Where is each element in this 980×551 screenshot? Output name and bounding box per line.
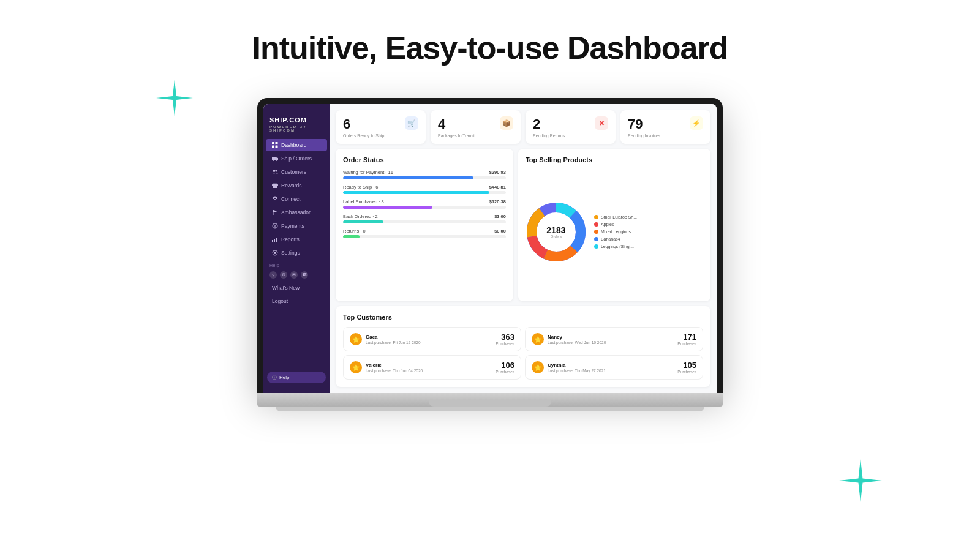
decorative-star-tl — [156, 80, 193, 116]
sidebar-item-reports[interactable]: Reports — [266, 233, 327, 246]
top-customers-title: Top Customers — [343, 313, 703, 321]
logo-sub: POWERED BY SHIPCOM — [270, 125, 323, 132]
legend-dot-0 — [594, 215, 598, 219]
sidebar: SHIP.COM POWERED BY SHIPCOM Dashboard Sh… — [263, 104, 330, 393]
stat-card-pending-returns: 2 Pending Returns ✖ — [526, 110, 616, 144]
order-amount-1: $448.81 — [489, 184, 506, 190]
connect-icon — [272, 196, 278, 202]
bar-2 — [343, 206, 432, 209]
legend-item-1: Apples — [594, 222, 637, 227]
sidebar-item-ambassador[interactable]: Ambassador — [266, 206, 327, 219]
page-heading: Intuitive, Easy-to-use Dashboard — [0, 0, 980, 66]
customer-name-valerie: Valerie — [366, 362, 423, 368]
customer-count-nancy: 171 — [677, 332, 696, 342]
order-amount-2: $120.38 — [489, 199, 506, 204]
sidebar-item-ship-orders[interactable]: Ship / Orders — [266, 152, 327, 165]
help-question-icon[interactable]: ? — [270, 271, 277, 279]
customer-card-nancy: ⭐ Nancy Last purchase: Wed Jun 10 2020 1… — [525, 327, 703, 351]
bar-1 — [343, 191, 489, 194]
customer-purchases-label-nancy: Purchases — [677, 342, 696, 346]
legend-dot-2 — [594, 230, 598, 234]
customer-name-cynthia: Cynthia — [548, 362, 606, 368]
stat-card-pending-invoices: 79 Pending Invoices ⚡ — [620, 110, 710, 144]
customer-purchases-label-cynthia: Purchases — [677, 370, 696, 374]
stat-icon-orders-ready: 🛒 — [405, 116, 418, 130]
stat-icon-packages-transit: 📦 — [500, 116, 513, 130]
svg-rect-0 — [272, 142, 274, 144]
order-amount-0: $290.93 — [489, 170, 506, 175]
sidebar-logout-label: Logout — [272, 298, 288, 304]
top-products-title: Top Selling Products — [526, 156, 703, 163]
sidebar-item-ship-orders-label: Ship / Orders — [281, 156, 312, 162]
laptop-base — [257, 393, 723, 407]
svg-point-7 — [276, 160, 277, 161]
sidebar-item-whats-new[interactable]: What's New — [266, 282, 327, 294]
customer-avatar-nancy: ⭐ — [532, 333, 544, 345]
customer-date-nancy: Last purchase: Wed Jun 10 2020 — [548, 340, 606, 345]
grid-icon — [272, 142, 278, 148]
svg-marker-14 — [273, 210, 277, 212]
customer-date-valerie: Last purchase: Thu Jun 04 2020 — [366, 369, 423, 373]
stat-num-pending-invoices: 79 — [628, 116, 660, 132]
stat-icon-pending-returns: ✖ — [595, 116, 608, 130]
customer-date-cynthia: Last purchase: Thu May 27 2021 — [548, 369, 606, 373]
sidebar-item-rewards-label: Rewards — [281, 182, 302, 189]
customer-purchases-label-gaea: Purchases — [496, 342, 514, 346]
stat-num-orders-ready: 6 — [343, 116, 384, 132]
order-label-4: Returns · 0 — [343, 228, 366, 234]
svg-rect-3 — [276, 146, 278, 148]
stat-label-packages-transit: Packages In Transit — [438, 133, 475, 138]
sidebar-item-rewards[interactable]: Rewards — [266, 179, 327, 192]
svg-text:$: $ — [274, 225, 277, 228]
svg-rect-18 — [274, 239, 275, 242]
legend-label-2: Mixed Leggings... — [601, 230, 635, 234]
customer-avatar-valerie: ⭐ — [350, 361, 362, 373]
help-settings-icon[interactable]: ⚙ — [280, 271, 287, 279]
stat-icon-pending-invoices: ⚡ — [690, 116, 703, 130]
top-customers-section: Top Customers ⭐ Gaea Last purchase: Fri … — [336, 306, 710, 387]
customer-card-cynthia: ⭐ Cynthia Last purchase: Thu May 27 2021… — [525, 355, 703, 380]
sidebar-item-customers[interactable]: Customers — [266, 166, 327, 178]
order-label-1: Ready to Ship · 6 — [343, 184, 379, 190]
sidebar-item-dashboard[interactable]: Dashboard — [266, 139, 327, 151]
screen-bezel: SHIP.COM POWERED BY SHIPCOM Dashboard Sh… — [257, 98, 723, 393]
donut-chart: 2183 Orders — [526, 201, 587, 263]
customer-purchases-label-valerie: Purchases — [496, 370, 514, 374]
svg-marker-5 — [276, 157, 278, 160]
order-row-1: Ready to Ship · 6 $448.81 — [343, 184, 506, 194]
settings-icon — [272, 250, 278, 256]
legend-item-4: Leggings (Singl... — [594, 244, 637, 249]
stat-card-orders-ready: 6 Orders Ready to Ship 🛒 — [336, 110, 426, 144]
main-content: 6 Orders Ready to Ship 🛒 4 Packages In T… — [330, 104, 717, 393]
laptop-frame: SHIP.COM POWERED BY SHIPCOM Dashboard Sh… — [257, 98, 723, 411]
help-phone-icon[interactable]: ☎ — [301, 271, 308, 279]
legend-label-1: Apples — [601, 222, 614, 227]
panels-row: Order Status Waiting for Payment · 11 $2… — [336, 149, 710, 301]
order-row-4: Returns · 0 $0.00 — [343, 228, 506, 238]
sidebar-item-payments[interactable]: $ Payments — [266, 220, 327, 232]
customer-count-valerie: 106 — [496, 361, 514, 370]
customer-avatar-gaea: ⭐ — [350, 333, 362, 345]
stat-label-pending-invoices: Pending Invoices — [628, 133, 660, 138]
svg-rect-11 — [272, 184, 278, 186]
dollar-icon: $ — [272, 223, 278, 229]
svg-rect-4 — [272, 157, 276, 160]
sidebar-item-logout[interactable]: Logout — [266, 295, 327, 307]
sidebar-item-reports-label: Reports — [281, 236, 300, 242]
svg-point-8 — [273, 170, 276, 172]
users-icon — [272, 169, 278, 175]
products-legend: Small Lularoe Sh... Apples Mixed Legging… — [594, 215, 637, 249]
legend-item-0: Small Lularoe Sh... — [594, 215, 637, 219]
bar-4 — [343, 235, 360, 238]
legend-dot-3 — [594, 237, 598, 241]
sidebar-whats-new-label: What's New — [272, 285, 300, 291]
order-amount-3: $3.00 — [494, 214, 506, 219]
help-button[interactable]: ⓘ Help — [267, 372, 326, 383]
stat-card-packages-transit: 4 Packages In Transit 📦 — [431, 110, 521, 144]
legend-label-0: Small Lularoe Sh... — [601, 215, 637, 219]
sidebar-item-connect[interactable]: Connect — [266, 193, 327, 205]
customer-card-gaea: ⭐ Gaea Last purchase: Fri Jun 12 2020 36… — [343, 327, 521, 351]
help-email-icon[interactable]: ✉ — [290, 271, 298, 279]
sidebar-item-settings[interactable]: Settings — [266, 247, 327, 259]
logo: SHIP.COM POWERED BY SHIPCOM — [263, 110, 330, 138]
